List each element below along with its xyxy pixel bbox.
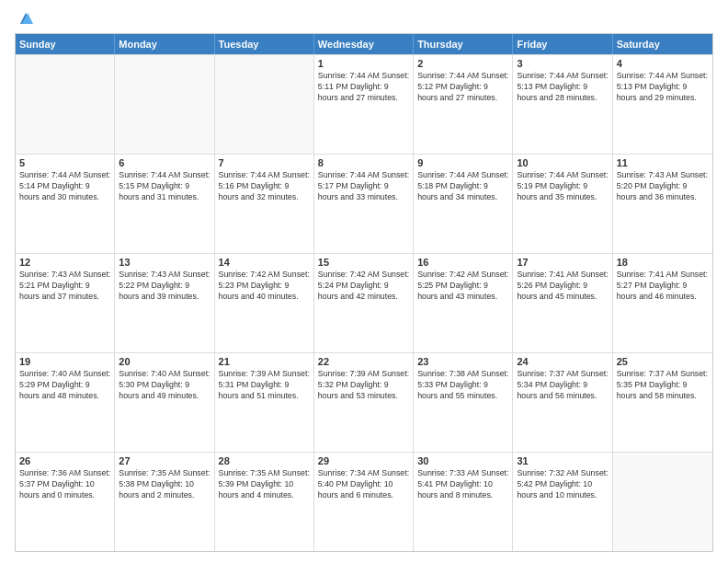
calendar-cell-0-4: 2Sunrise: 7:44 AM Sunset: 5:12 PM Daylig… (414, 55, 513, 154)
cell-text: Sunrise: 7:43 AM Sunset: 5:20 PM Dayligh… (617, 170, 709, 203)
day-number: 14 (219, 257, 310, 268)
day-number: 13 (119, 257, 210, 268)
calendar-cell-2-0: 12Sunrise: 7:43 AM Sunset: 5:21 PM Dayli… (16, 254, 115, 352)
cell-text: Sunrise: 7:42 AM Sunset: 5:23 PM Dayligh… (219, 270, 310, 303)
calendar-row-2: 12Sunrise: 7:43 AM Sunset: 5:21 PM Dayli… (16, 253, 712, 352)
day-number: 21 (219, 356, 310, 367)
calendar-cell-0-6: 4Sunrise: 7:44 AM Sunset: 5:13 PM Daylig… (613, 55, 712, 154)
calendar-cell-4-4: 30Sunrise: 7:33 AM Sunset: 5:41 PM Dayli… (414, 453, 513, 551)
day-number: 22 (318, 356, 409, 367)
page: SundayMondayTuesdayWednesdayThursdayFrid… (0, 0, 728, 563)
cell-text: Sunrise: 7:42 AM Sunset: 5:24 PM Dayligh… (318, 270, 409, 303)
cell-text: Sunrise: 7:39 AM Sunset: 5:32 PM Dayligh… (318, 369, 409, 402)
calendar-cell-0-0 (16, 55, 115, 154)
cell-text: Sunrise: 7:34 AM Sunset: 5:40 PM Dayligh… (318, 468, 409, 501)
calendar-header: SundayMondayTuesdayWednesdayThursdayFrid… (16, 34, 712, 54)
calendar-cell-0-1 (115, 55, 214, 154)
calendar-row-4: 26Sunrise: 7:36 AM Sunset: 5:37 PM Dayli… (16, 452, 712, 551)
calendar-cell-2-6: 18Sunrise: 7:41 AM Sunset: 5:27 PM Dayli… (613, 254, 712, 352)
day-number: 30 (417, 455, 508, 466)
day-number: 18 (617, 257, 709, 268)
logo-icon (17, 11, 35, 26)
day-number: 9 (417, 157, 508, 168)
calendar-cell-2-5: 17Sunrise: 7:41 AM Sunset: 5:26 PM Dayli… (513, 254, 612, 352)
calendar: SundayMondayTuesdayWednesdayThursdayFrid… (15, 33, 713, 552)
calendar-cell-3-4: 23Sunrise: 7:38 AM Sunset: 5:33 PM Dayli… (414, 353, 513, 452)
cell-text: Sunrise: 7:44 AM Sunset: 5:13 PM Dayligh… (617, 71, 709, 104)
day-number: 29 (318, 455, 409, 466)
calendar-cell-2-3: 15Sunrise: 7:42 AM Sunset: 5:24 PM Dayli… (314, 254, 414, 352)
day-number: 15 (318, 257, 409, 268)
day-number: 25 (617, 356, 709, 367)
day-number: 28 (219, 455, 310, 466)
day-number: 5 (19, 157, 110, 168)
cell-text: Sunrise: 7:37 AM Sunset: 5:34 PM Dayligh… (517, 369, 608, 402)
header-day-thursday: Thursday (414, 34, 513, 54)
cell-text: Sunrise: 7:39 AM Sunset: 5:31 PM Dayligh… (219, 369, 310, 402)
calendar-cell-3-3: 22Sunrise: 7:39 AM Sunset: 5:32 PM Dayli… (314, 353, 414, 452)
cell-text: Sunrise: 7:44 AM Sunset: 5:16 PM Dayligh… (219, 170, 310, 203)
calendar-row-0: 1Sunrise: 7:44 AM Sunset: 5:11 PM Daylig… (16, 54, 712, 154)
calendar-cell-1-5: 10Sunrise: 7:44 AM Sunset: 5:19 PM Dayli… (513, 155, 612, 253)
calendar-cell-3-6: 25Sunrise: 7:37 AM Sunset: 5:35 PM Dayli… (613, 353, 712, 452)
cell-text: Sunrise: 7:44 AM Sunset: 5:18 PM Dayligh… (417, 170, 508, 203)
cell-text: Sunrise: 7:40 AM Sunset: 5:29 PM Dayligh… (19, 369, 110, 402)
calendar-cell-3-1: 20Sunrise: 7:40 AM Sunset: 5:30 PM Dayli… (115, 353, 214, 452)
calendar-cell-1-6: 11Sunrise: 7:43 AM Sunset: 5:20 PM Dayli… (613, 155, 712, 253)
calendar-cell-0-2 (215, 55, 314, 154)
calendar-cell-4-6 (613, 453, 712, 551)
calendar-cell-1-2: 7Sunrise: 7:44 AM Sunset: 5:16 PM Daylig… (215, 155, 314, 253)
day-number: 17 (517, 257, 608, 268)
day-number: 4 (617, 58, 709, 69)
header-day-tuesday: Tuesday (215, 34, 314, 54)
logo (15, 11, 35, 26)
day-number: 8 (318, 157, 409, 168)
cell-text: Sunrise: 7:44 AM Sunset: 5:17 PM Dayligh… (318, 170, 409, 203)
day-number: 11 (617, 157, 709, 168)
cell-text: Sunrise: 7:43 AM Sunset: 5:21 PM Dayligh… (19, 270, 110, 303)
header-day-friday: Friday (513, 34, 612, 54)
cell-text: Sunrise: 7:44 AM Sunset: 5:11 PM Dayligh… (318, 71, 409, 104)
cell-text: Sunrise: 7:43 AM Sunset: 5:22 PM Dayligh… (119, 270, 210, 303)
cell-text: Sunrise: 7:37 AM Sunset: 5:35 PM Dayligh… (617, 369, 709, 402)
day-number: 19 (19, 356, 110, 367)
day-number: 10 (517, 157, 608, 168)
day-number: 31 (517, 455, 608, 466)
day-number: 1 (318, 58, 409, 69)
header-day-sunday: Sunday (16, 34, 115, 54)
header-day-saturday: Saturday (613, 34, 712, 54)
calendar-cell-1-0: 5Sunrise: 7:44 AM Sunset: 5:14 PM Daylig… (16, 155, 115, 253)
header-day-monday: Monday (115, 34, 214, 54)
header (15, 11, 713, 26)
cell-text: Sunrise: 7:44 AM Sunset: 5:19 PM Dayligh… (517, 170, 608, 203)
calendar-cell-4-1: 27Sunrise: 7:35 AM Sunset: 5:38 PM Dayli… (115, 453, 214, 551)
day-number: 24 (517, 356, 608, 367)
cell-text: Sunrise: 7:44 AM Sunset: 5:12 PM Dayligh… (417, 71, 508, 104)
day-number: 2 (417, 58, 508, 69)
cell-text: Sunrise: 7:41 AM Sunset: 5:26 PM Dayligh… (517, 270, 608, 303)
calendar-cell-1-1: 6Sunrise: 7:44 AM Sunset: 5:15 PM Daylig… (115, 155, 214, 253)
calendar-cell-2-1: 13Sunrise: 7:43 AM Sunset: 5:22 PM Dayli… (115, 254, 214, 352)
calendar-row-1: 5Sunrise: 7:44 AM Sunset: 5:14 PM Daylig… (16, 154, 712, 253)
day-number: 7 (219, 157, 310, 168)
calendar-cell-2-4: 16Sunrise: 7:42 AM Sunset: 5:25 PM Dayli… (414, 254, 513, 352)
calendar-cell-2-2: 14Sunrise: 7:42 AM Sunset: 5:23 PM Dayli… (215, 254, 314, 352)
cell-text: Sunrise: 7:40 AM Sunset: 5:30 PM Dayligh… (119, 369, 210, 402)
calendar-row-3: 19Sunrise: 7:40 AM Sunset: 5:29 PM Dayli… (16, 352, 712, 452)
cell-text: Sunrise: 7:38 AM Sunset: 5:33 PM Dayligh… (417, 369, 508, 402)
calendar-body: 1Sunrise: 7:44 AM Sunset: 5:11 PM Daylig… (16, 54, 712, 551)
cell-text: Sunrise: 7:42 AM Sunset: 5:25 PM Dayligh… (417, 270, 508, 303)
calendar-cell-1-4: 9Sunrise: 7:44 AM Sunset: 5:18 PM Daylig… (414, 155, 513, 253)
cell-text: Sunrise: 7:44 AM Sunset: 5:15 PM Dayligh… (119, 170, 210, 203)
calendar-cell-1-3: 8Sunrise: 7:44 AM Sunset: 5:17 PM Daylig… (314, 155, 414, 253)
cell-text: Sunrise: 7:36 AM Sunset: 5:37 PM Dayligh… (19, 468, 110, 501)
day-number: 3 (517, 58, 608, 69)
calendar-cell-3-5: 24Sunrise: 7:37 AM Sunset: 5:34 PM Dayli… (513, 353, 612, 452)
cell-text: Sunrise: 7:35 AM Sunset: 5:38 PM Dayligh… (119, 468, 210, 501)
day-number: 23 (417, 356, 508, 367)
calendar-cell-3-0: 19Sunrise: 7:40 AM Sunset: 5:29 PM Dayli… (16, 353, 115, 452)
cell-text: Sunrise: 7:41 AM Sunset: 5:27 PM Dayligh… (617, 270, 709, 303)
calendar-cell-0-5: 3Sunrise: 7:44 AM Sunset: 5:13 PM Daylig… (513, 55, 612, 154)
cell-text: Sunrise: 7:32 AM Sunset: 5:42 PM Dayligh… (517, 468, 608, 501)
calendar-cell-4-3: 29Sunrise: 7:34 AM Sunset: 5:40 PM Dayli… (314, 453, 414, 551)
